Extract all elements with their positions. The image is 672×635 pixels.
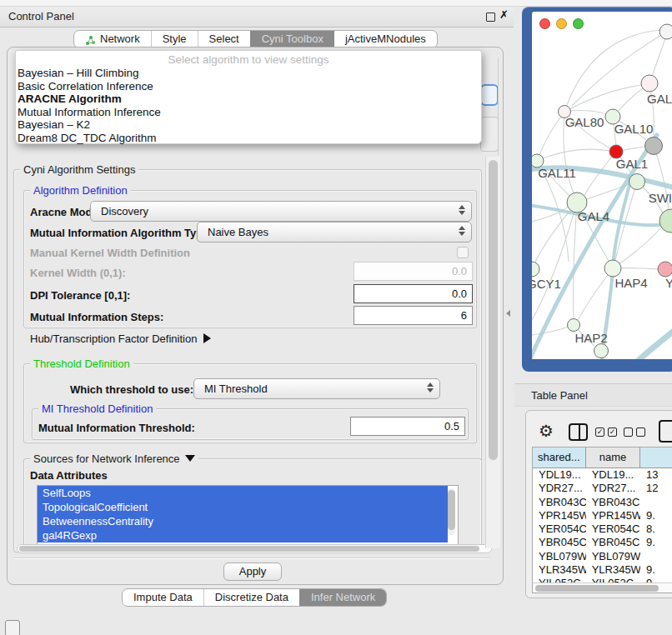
unchecked-box-icon: [624, 428, 633, 437]
new-table-icon[interactable]: [659, 420, 672, 442]
table-hscrollbar[interactable]: [533, 582, 672, 592]
dropdown-item[interactable]: Bayesian – Hill Climbing: [16, 67, 481, 80]
table-column-header[interactable]: name: [586, 448, 641, 468]
tab-label: jActiveMNodules: [345, 31, 426, 48]
network-node[interactable]: [659, 24, 672, 39]
float-panel-icon[interactable]: [486, 12, 495, 22]
table-row[interactable]: YBR043CYBR043C: [533, 496, 672, 509]
control-panel-tabbar: NetworkStyleSelectCyni ToolboxjActiveMNo…: [73, 30, 438, 48]
table-body: YDL19...YDL19...13YDR27...YDR27...12YBR0…: [533, 468, 672, 584]
attribute-list-item[interactable]: TopologicalCoefficient: [38, 500, 448, 514]
sources-group-title[interactable]: Sources for Network Inference: [30, 452, 198, 465]
tab-cyni-toolbox[interactable]: Cyni Toolbox: [250, 31, 334, 48]
table-column-header[interactable]: shared...: [533, 448, 586, 468]
network-node[interactable]: [568, 319, 580, 332]
tab-label: Impute Data: [133, 589, 193, 606]
mac-zoom-icon[interactable]: [573, 18, 584, 29]
mi-steps-label: Mutual Information Steps:: [30, 311, 163, 323]
mac-minimize-icon[interactable]: [556, 18, 567, 29]
network-node[interactable]: [532, 262, 539, 277]
unchecked-box-icon: [636, 428, 645, 437]
algorithm-definition-title: Algorithm Definition: [30, 184, 131, 197]
node-label: GAL: [647, 92, 672, 106]
settings-hscrollbar[interactable]: [17, 544, 492, 553]
tab-style[interactable]: Style: [151, 31, 198, 48]
table-cell: [640, 550, 672, 563]
dropdown-item[interactable]: Bayesian – K2: [16, 118, 481, 132]
columns-icon[interactable]: [569, 423, 588, 441]
network-canvas[interactable]: GALGAL80GAL10GAL1GAL11SWI4GAL4GCY1HAP4YH…: [532, 12, 672, 359]
algorithm-dropdown-popup: Select algorithm to view settings Bayesi…: [15, 50, 482, 144]
dropdown-placeholder: Select algorithm to view settings: [16, 53, 481, 67]
settings-vscroll-thumb[interactable]: [489, 160, 498, 460]
table-row[interactable]: YLR345WYLR345W9.: [533, 563, 672, 577]
tab-network[interactable]: Network: [74, 31, 151, 48]
network-edge: [613, 228, 661, 268]
close-icon[interactable]: ✗: [499, 8, 509, 21]
mi-threshold-field[interactable]: [350, 417, 465, 436]
network-node[interactable]: [594, 344, 609, 358]
settings-vscrollbar[interactable]: [485, 157, 500, 548]
list-vscrollbar[interactable]: [448, 488, 455, 535]
network-node[interactable]: [659, 209, 672, 232]
table-row[interactable]: YDL19...YDL19...13: [533, 468, 672, 482]
threshold-definition-title: Threshold Definition: [30, 358, 133, 370]
attribute-list-item[interactable]: BetweennessCentrality: [38, 514, 448, 528]
dropdown-item[interactable]: ARACNE Algorithm: [16, 92, 481, 106]
tab-infer-network[interactable]: Infer Network: [299, 589, 386, 606]
table-cell: YPR145W: [586, 509, 640, 522]
network-node[interactable]: [604, 260, 621, 277]
mac-close-icon[interactable]: [539, 18, 550, 29]
node-table: shared...name YDL19...YDL19...13YDR27...…: [532, 447, 672, 593]
dropdown-item[interactable]: Basic Correlation Inference: [16, 80, 481, 93]
splitter-collapse-icon[interactable]: [506, 310, 510, 317]
node-label: GAL1: [616, 157, 648, 171]
spinner-icon: [459, 205, 465, 215]
mi-steps-field[interactable]: [354, 306, 473, 325]
gear-icon[interactable]: ⚙: [539, 421, 554, 441]
dropdown-item[interactable]: Dream8 DC_TDC Algorithm: [16, 132, 481, 145]
manual-kernel-checkbox[interactable]: [457, 247, 469, 258]
list-vscroll-thumb[interactable]: [448, 490, 455, 530]
float-dock-icon[interactable]: [5, 620, 20, 635]
network-view-window[interactable]: GALGAL80GAL10GAL1GAL11SWI4GAL4GCY1HAP4YH…: [522, 7, 672, 372]
settings-hscroll-thumb[interactable]: [19, 546, 479, 552]
dpi-tolerance-field[interactable]: [354, 284, 473, 303]
tab-impute-data[interactable]: Impute Data: [123, 589, 203, 606]
spinner-icon: [459, 226, 465, 236]
table-row[interactable]: YER054CYER054C8.: [533, 522, 672, 536]
apply-button[interactable]: Apply: [223, 562, 282, 581]
deselect-all-icon[interactable]: [624, 428, 645, 437]
network-node[interactable]: [645, 138, 663, 155]
tab-discretize-data[interactable]: Discretize Data: [203, 589, 299, 606]
table-row[interactable]: YBL079WYBL079W: [533, 550, 672, 563]
network-edge: [539, 112, 564, 155]
tab-select[interactable]: Select: [198, 31, 250, 48]
network-node[interactable]: [641, 75, 658, 92]
which-threshold-combo[interactable]: MI Threshold: [193, 378, 440, 399]
network-node[interactable]: [629, 174, 645, 190]
dropdown-item[interactable]: Mutual Information Inference: [16, 106, 481, 119]
table-cell: YBL079W: [586, 550, 640, 563]
table-row[interactable]: YDR27...YDR27...12: [533, 482, 672, 495]
data-attributes-list[interactable]: SelfLoopsTopologicalCoefficientBetweenne…: [37, 485, 459, 548]
tab-label: Network: [100, 31, 140, 48]
hub-definition-toggle[interactable]: Hub/Transcription Factor Definition: [30, 332, 211, 345]
dpi-tolerance-label: DPI Tolerance [0,1]:: [30, 289, 130, 302]
tab-jactivemnodules[interactable]: jActiveMNodules: [334, 31, 437, 48]
table-hscroll-thumb[interactable]: [535, 585, 659, 592]
table-row[interactable]: YBR045CYBR045C9.: [533, 536, 672, 549]
node-label: GAL10: [614, 122, 654, 136]
attribute-list-item[interactable]: gal4RGexp: [38, 528, 448, 542]
node-label: HAP2: [574, 331, 607, 345]
collapsed-arrow-icon: [203, 333, 211, 343]
mi-type-combo[interactable]: Naive Bayes: [197, 222, 472, 242]
expanded-arrow-icon: [185, 455, 195, 462]
mi-threshold-label: Mutual Information Threshold:: [38, 422, 195, 434]
table-column-header[interactable]: [640, 448, 672, 468]
network-node[interactable]: [658, 262, 672, 277]
table-row[interactable]: YPR145WYPR145W9.: [533, 509, 672, 522]
select-all-icon[interactable]: ✓✓: [595, 428, 617, 437]
attribute-list-item[interactable]: SelfLoops: [38, 486, 448, 500]
aracne-mode-combo[interactable]: Discovery: [90, 201, 472, 222]
